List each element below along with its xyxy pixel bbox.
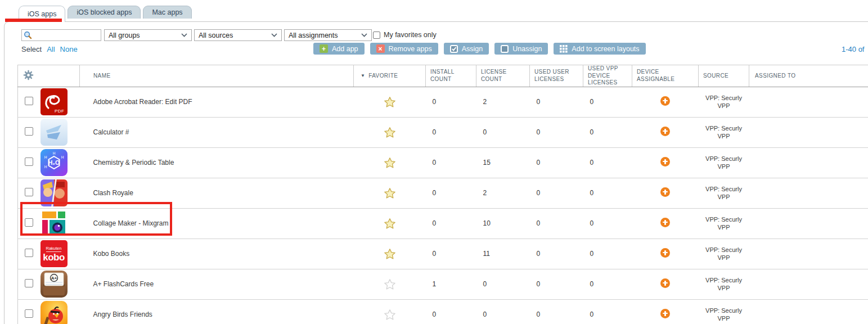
angry-birds-icon [41, 301, 68, 324]
column-favorite[interactable]: ▼FAVORITE [354, 65, 426, 87]
column-license-count[interactable]: LICENSE COUNT [476, 65, 530, 87]
assigned-to-value [749, 87, 868, 117]
column-assigned-to[interactable]: ASSIGNED TO [749, 65, 868, 87]
sources-dropdown[interactable]: All sources [194, 29, 282, 41]
favorite-star-icon[interactable] [384, 218, 395, 229]
source-value: VPP: Securly VPP [699, 87, 749, 117]
device-assignable-plus-icon[interactable] [660, 309, 670, 318]
column-install-count[interactable]: INSTALL COUNT [426, 65, 476, 87]
x-icon: × [376, 44, 385, 53]
row-select-cell [18, 147, 41, 178]
license-count-value: 0 [476, 269, 530, 299]
tab-ios-blocked-apps[interactable]: iOS blocked apps [68, 6, 141, 19]
column-favorite-label: FAVORITE [368, 73, 398, 79]
sort-desc-icon: ▼ [361, 73, 365, 78]
column-source[interactable]: SOURCE [699, 65, 749, 87]
used-vpp-device-licenses-value: 0 [583, 178, 632, 208]
assigned-to-value [749, 208, 868, 238]
row-checkbox[interactable] [25, 127, 33, 136]
tab-ios-blocked-apps-label: iOS blocked apps [77, 8, 132, 16]
app-name[interactable]: A+ FlashCards Free [80, 269, 354, 299]
chevron-down-icon [181, 33, 187, 37]
assigned-to-value [749, 147, 868, 178]
select-all-link[interactable]: All [47, 45, 55, 53]
checked-box-icon [450, 45, 458, 53]
favorite-cell [354, 147, 426, 178]
favorite-cell [354, 269, 426, 299]
column-name[interactable]: NAME [80, 65, 354, 87]
select-none-link[interactable]: None [60, 45, 78, 53]
assigned-to-value [749, 178, 868, 208]
used-vpp-device-licenses-value: 0 [583, 147, 632, 178]
my-favorites-checkbox[interactable] [373, 32, 380, 39]
license-count-value: 10 [476, 208, 530, 238]
app-icon-cell [41, 299, 80, 324]
table-header-row: NAME ▼FAVORITE INSTALL COUNT LICENSE COU… [18, 65, 868, 87]
row-select-cell [18, 117, 41, 147]
app-name[interactable]: Adobe Acrobat Reader: Edit PDF [80, 87, 354, 117]
apps-table: NAME ▼FAVORITE INSTALL COUNT LICENSE COU… [17, 65, 868, 324]
row-checkbox[interactable] [25, 97, 33, 105]
column-used-user-licenses[interactable]: USED USER LICENSES [530, 65, 583, 87]
remove-apps-label: Remove apps [389, 45, 432, 53]
app-name[interactable]: Chemistry & Periodic Table [80, 147, 354, 178]
device-assignable-plus-icon[interactable] [660, 96, 670, 106]
app-icon-cell [41, 117, 80, 147]
used-user-licenses-value: 0 [530, 299, 583, 324]
column-used-vpp-device-licenses[interactable]: USED VPP DEVICE LICENSES [583, 65, 632, 87]
my-favorites-filter: My favorites only [373, 31, 437, 39]
row-select-cell [18, 238, 41, 269]
used-vpp-device-licenses-value: 0 [583, 269, 632, 299]
device-assignable-plus-icon[interactable] [660, 127, 670, 136]
groups-dropdown[interactable]: All groups [104, 29, 192, 41]
used-user-licenses-value: 0 [530, 208, 583, 238]
row-checkbox[interactable] [25, 249, 33, 257]
row-checkbox[interactable] [25, 158, 33, 166]
device-assignable-plus-icon[interactable] [660, 187, 670, 197]
add-app-button[interactable]: + Add app [313, 43, 365, 55]
favorite-star-icon[interactable] [384, 279, 395, 290]
assign-button[interactable]: Assign [444, 43, 489, 55]
device-assignable-cell [632, 299, 699, 324]
add-to-screen-layouts-label: Add to screen layouts [572, 45, 639, 53]
unassign-button[interactable]: Unassign [494, 43, 548, 55]
favorite-star-icon[interactable] [384, 97, 395, 107]
device-assignable-plus-icon[interactable] [660, 218, 670, 227]
assigned-to-value [749, 238, 868, 269]
row-checkbox[interactable] [25, 188, 33, 196]
assignments-dropdown-value: All assignments [289, 32, 338, 39]
favorite-cell [354, 208, 426, 238]
license-count-value: 0 [476, 299, 530, 324]
column-device-assignable[interactable]: DEVICE ASSIGNABLE [632, 65, 699, 87]
app-name[interactable]: Kobo Books [80, 238, 354, 269]
kobo-icon: Rakutenkobo [41, 240, 68, 267]
favorite-star-icon[interactable] [384, 188, 395, 199]
device-assignable-plus-icon[interactable] [660, 157, 670, 166]
install-count-value: 0 [426, 87, 476, 117]
device-assignable-plus-icon[interactable] [660, 278, 670, 288]
svg-text:H₂O: H₂O [48, 159, 59, 166]
app-name[interactable]: Calculator # [80, 117, 354, 147]
source-value: VPP: Securly VPP [699, 117, 749, 147]
column-settings-header[interactable] [18, 65, 80, 87]
favorite-star-icon[interactable] [384, 249, 395, 259]
favorite-star-icon[interactable] [384, 309, 395, 320]
favorite-star-icon[interactable] [384, 158, 395, 168]
search-input[interactable] [21, 29, 101, 41]
app-name[interactable]: Angry Birds Friends [80, 299, 354, 324]
used-vpp-device-licenses-value: 0 [583, 117, 632, 147]
source-value: VPP: Securly VPP [699, 269, 749, 299]
app-icon-cell: Rakutenkobo [41, 238, 80, 269]
row-checkbox[interactable] [25, 279, 33, 287]
remove-apps-button[interactable]: × Remove apps [370, 43, 438, 55]
device-assignable-plus-icon[interactable] [660, 248, 670, 258]
add-to-screen-layouts-button[interactable]: Add to screen layouts [554, 43, 645, 55]
assignments-dropdown[interactable]: All assignments [284, 29, 372, 41]
tab-mac-apps[interactable]: Mac apps [143, 6, 191, 19]
svg-text:H: H [61, 155, 64, 159]
favorite-star-icon[interactable] [384, 127, 395, 138]
row-checkbox[interactable] [25, 309, 33, 318]
unassign-label: Unassign [512, 45, 542, 53]
source-value: VPP: Securly VPP [699, 299, 749, 324]
favorite-cell [354, 87, 426, 117]
